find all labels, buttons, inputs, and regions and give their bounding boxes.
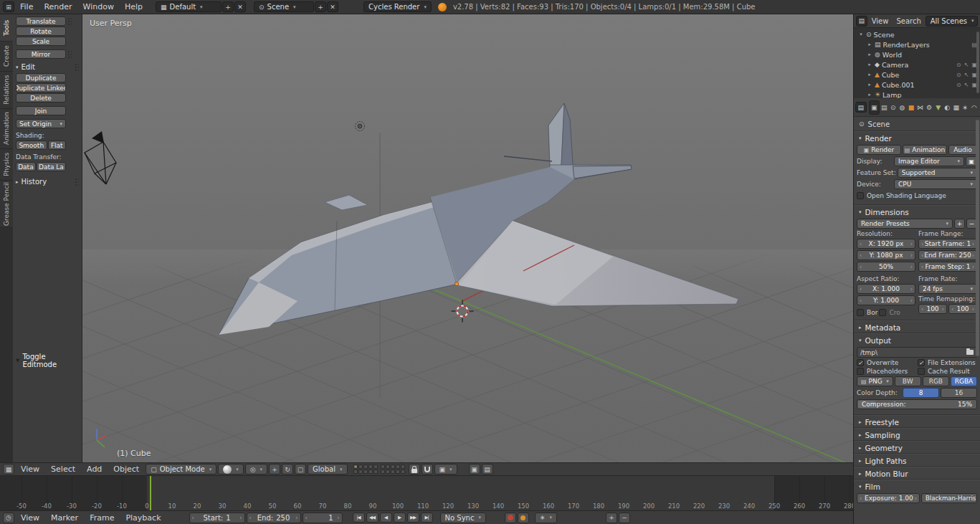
outliner-row-cube[interactable]: ▸ ▲ Cube ⊙ ↖ ▣: [854, 70, 980, 80]
timeline-ruler-area[interactable]: -50-40-30-20-100102030405060708090100110…: [0, 476, 853, 510]
tab-scene[interactable]: ⊙: [889, 100, 898, 115]
panel-grip[interactable]: [67, 17, 72, 25]
expand-icon[interactable]: ▾: [858, 32, 864, 37]
viewport-3d[interactable]: User Persp (1) Cube: [82, 14, 853, 462]
keying-set-dropdown[interactable]: ∗: [535, 513, 557, 523]
render-presets-dropdown[interactable]: Render Presets: [857, 219, 953, 229]
panel-grip[interactable]: [67, 50, 72, 58]
menu-file[interactable]: File: [15, 0, 38, 14]
snap-element-dropdown[interactable]: ▣: [434, 464, 457, 475]
resolution-y-field[interactable]: Y: 1080 px: [857, 250, 915, 260]
scale-button[interactable]: Scale: [16, 37, 66, 46]
layer-cell[interactable]: [353, 465, 358, 469]
placeholders-checkbox[interactable]: Placeholders: [857, 368, 916, 375]
selectable-icon[interactable]: ↖: [964, 82, 969, 88]
start-frame-field[interactable]: Start: 1: [189, 513, 245, 523]
view3d-menu-add[interactable]: Add: [82, 463, 107, 475]
tab-relations[interactable]: Relations: [0, 72, 13, 109]
metadata-panel-header[interactable]: ▸ Metadata: [854, 321, 980, 333]
manipulator-translate-button[interactable]: +: [269, 464, 280, 475]
output-panel-header[interactable]: ▾ Output: [854, 334, 980, 346]
play-button[interactable]: ▶: [394, 513, 406, 523]
frame-step-field[interactable]: Frame Step: 1: [918, 262, 977, 272]
expand-icon[interactable]: ▸: [867, 92, 872, 97]
border-checkbox[interactable]: Bor: [857, 309, 877, 316]
folder-icon[interactable]: [966, 350, 974, 355]
tab-physics[interactable]: ◠: [970, 100, 979, 115]
timeline-menu-view[interactable]: View: [16, 511, 44, 524]
history-panel-header[interactable]: ▸ History: [16, 178, 80, 186]
frame-rate-dropdown[interactable]: 24 fps: [918, 284, 977, 294]
pixel-filter-dropdown[interactable]: Blackman-Harris: [921, 493, 977, 503]
outliner-row-lamp[interactable]: ▸ ☀ Lamp: [854, 90, 980, 98]
layer-cell[interactable]: [374, 470, 378, 474]
osl-checkbox[interactable]: Open Shading Language: [857, 192, 946, 199]
layer-cell[interactable]: [401, 470, 405, 474]
outliner-row-renderlayers[interactable]: ▸ ▤ RenderLayers ▤: [854, 39, 980, 49]
editor-type-selector[interactable]: ◷: [3, 513, 14, 523]
cursor-3d[interactable]: [452, 300, 474, 323]
current-frame-line[interactable]: [150, 476, 151, 510]
view3d-menu-view[interactable]: View: [16, 463, 44, 475]
join-button[interactable]: Join: [16, 106, 66, 115]
layer-cell[interactable]: [363, 465, 368, 469]
layer-cell[interactable]: [391, 470, 395, 474]
outliner-scrollbar[interactable]: [976, 32, 979, 93]
file-extensions-checkbox[interactable]: ✓File Extensions: [918, 359, 977, 366]
delete-scene-button[interactable]: ✕: [327, 1, 338, 12]
exposure-slider[interactable]: Exposure: 1.00: [857, 493, 920, 503]
mirror-button[interactable]: Mirror: [16, 49, 66, 59]
resolution-x-field[interactable]: X: 1920 px: [857, 239, 915, 249]
pivot-dropdown[interactable]: ◎: [245, 464, 267, 475]
outliner-row-scene[interactable]: ▾ ⊙ Scene: [854, 29, 980, 39]
tab-render[interactable]: ▣: [869, 100, 880, 115]
layer-cell[interactable]: [396, 465, 400, 469]
layer-cell[interactable]: [396, 470, 400, 474]
layer-cell[interactable]: [381, 470, 385, 474]
properties-scrollbar[interactable]: [976, 120, 979, 356]
viewport-shading-dropdown[interactable]: [218, 464, 244, 475]
motion-blur-panel-header[interactable]: ▸Motion Blur: [854, 467, 980, 480]
selectable-icon[interactable]: ↖: [964, 62, 969, 68]
outliner-row-camera[interactable]: ▸ ◆ Camera ⊙ ↖ ▣: [854, 59, 980, 70]
view3d-menu-object[interactable]: Object: [108, 463, 144, 475]
timeline-menu-frame[interactable]: Frame: [85, 511, 119, 524]
depth-8-button[interactable]: 8: [903, 388, 939, 398]
resolution-percentage-slider[interactable]: 50%: [857, 262, 915, 272]
shade-smooth-button[interactable]: Smooth: [16, 140, 47, 150]
duplicate-button[interactable]: Duplicate: [16, 73, 66, 82]
selectable-icon[interactable]: ↖: [964, 72, 969, 78]
cache-result-checkbox[interactable]: Cache Result: [918, 368, 977, 375]
editor-type-selector[interactable]: ▤: [855, 102, 867, 113]
channels-rgb-button[interactable]: RGB: [923, 376, 949, 386]
tab-animation[interactable]: Animation: [0, 109, 13, 149]
tab-object-data[interactable]: ▼: [933, 100, 943, 115]
timeline-menu-playback[interactable]: Playback: [120, 511, 166, 524]
screen-layout-selector[interactable]: ▦ Default: [156, 1, 222, 12]
opengl-render-anim-button[interactable]: ▤: [482, 464, 493, 475]
expand-icon[interactable]: ▸: [867, 62, 872, 67]
airplane-model[interactable]: [219, 103, 738, 335]
play-reverse-button[interactable]: ◀: [380, 513, 392, 523]
manipulator-rotate-button[interactable]: ↻: [282, 464, 293, 475]
light-paths-panel-header[interactable]: ▸Light Paths: [854, 454, 980, 467]
layer-cell[interactable]: [381, 465, 385, 469]
tab-world[interactable]: ◍: [898, 100, 907, 115]
end-frame-field[interactable]: End: 250: [247, 513, 301, 523]
layer-cell[interactable]: [386, 470, 390, 474]
tab-constraints[interactable]: ⋈: [915, 100, 925, 115]
view3d-menu-select[interactable]: Select: [46, 463, 80, 475]
tab-grease-pencil[interactable]: Grease Pencil: [0, 181, 13, 228]
freestyle-panel-header[interactable]: ▸Freestyle: [854, 416, 980, 428]
outliner-display-mode[interactable]: All Scenes: [926, 16, 978, 27]
layer-cell[interactable]: [358, 465, 363, 469]
tab-physics[interactable]: Physics: [0, 149, 13, 181]
sampling-panel-header[interactable]: ▸Sampling: [854, 429, 980, 441]
compression-slider[interactable]: Compression: 15%: [857, 399, 977, 409]
crop-checkbox[interactable]: Cro: [879, 309, 900, 316]
render-audio-button[interactable]: Audio: [948, 145, 977, 155]
editor-type-selector[interactable]: ▤: [856, 16, 867, 27]
remap-new-field[interactable]: 100: [948, 304, 977, 314]
jump-to-start-button[interactable]: |◀: [353, 513, 365, 523]
manipulator-scale-button[interactable]: ▢: [295, 464, 306, 475]
